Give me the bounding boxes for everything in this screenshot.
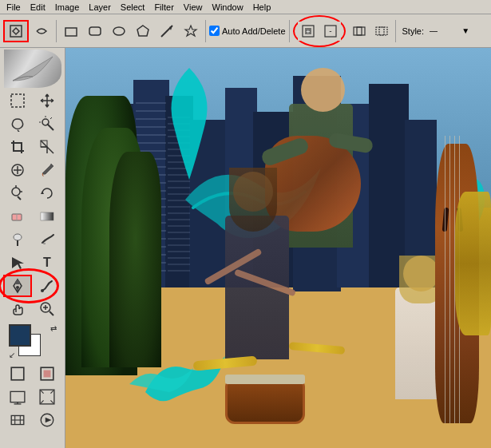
path-intersect-icon [353,25,366,38]
tool-row-8: T [2,252,63,274]
magic-wand-tool[interactable] [33,113,61,135]
path-select-tool[interactable] [3,252,32,274]
standard-mode-btn[interactable] [3,363,32,385]
path-ops-group2 [349,22,392,41]
toolbar-sep-2 [205,20,206,42]
healing-brush-tool[interactable] [3,159,32,181]
move-tool[interactable] [33,89,61,112]
mask-mode-btn[interactable] [33,363,61,385]
path-subtract-btn[interactable]: - [320,22,341,41]
hand-icon [10,301,26,317]
custom-shape-icon [184,24,198,38]
menu-image[interactable]: Image [50,0,85,14]
screen-mode-btn[interactable] [3,386,32,408]
marquee-tool[interactable] [3,89,32,112]
tool-row-1 [2,89,63,112]
svg-rect-15 [379,27,387,35]
shape-ellipse-btn[interactable] [108,20,130,42]
menu-filter[interactable]: Filter [149,0,178,14]
canvas-area: T [0,48,491,448]
pen-freeform-btn[interactable] [30,20,53,42]
eraser-tool[interactable] [3,205,32,228]
main-canvas [65,48,491,448]
menu-bar: File Edit Image Layer Select Filter View… [0,0,491,14]
style-dropdown[interactable]: — ▼ [426,20,473,42]
tool-row-10 [2,298,63,320]
menu-file[interactable]: File [2,0,26,14]
tool-row-7 [2,228,63,251]
toolbox: T [0,48,65,448]
zoom-icon [39,301,55,317]
tool-row-4 [2,159,63,181]
path-add-btn[interactable]: + [298,22,319,41]
smudge-tool[interactable] [33,228,61,251]
pen-path-icon [9,24,23,38]
tool-row-6 [2,205,63,228]
svg-rect-47 [10,391,25,402]
quick-mask-icon [39,366,55,382]
text-tool[interactable]: T [33,252,61,274]
screen-mode-icon [10,389,26,405]
extras-row [2,409,63,431]
hand-tool[interactable] [3,298,32,320]
path-exclude-btn[interactable] [371,22,392,41]
auto-add-delete-checkbox[interactable] [209,26,220,36]
auto-add-delete-label: Auto Add/Delete [222,26,286,36]
shape-polygon-btn[interactable] [132,20,154,42]
menu-edit[interactable]: Edit [26,0,50,14]
shape-custom-btn[interactable] [180,20,202,42]
freeform-pen-tool[interactable] [33,275,61,297]
pen-tool[interactable] [3,275,32,297]
go-to-bridge-btn[interactable] [3,409,32,431]
menu-window[interactable]: Window [208,0,248,14]
svg-rect-44 [11,367,24,380]
path-select-icon [10,255,26,271]
style-dropdown-arrow: ▼ [461,26,469,35]
slice-tool[interactable] [33,136,61,158]
dodge-icon [10,232,26,248]
swap-colors-icon[interactable]: ⇄ [50,324,57,333]
menu-help[interactable]: Help [248,0,276,14]
menu-select[interactable]: Select [116,0,150,14]
pen-standard-btn[interactable] [3,20,29,42]
slice-icon [39,139,55,155]
svg-rect-34 [41,212,53,220]
dodge-tool[interactable] [3,228,32,251]
gradient-tool[interactable] [33,205,61,228]
zoom-tool[interactable] [33,298,61,320]
svg-line-17 [18,130,19,132]
clone-stamp-tool[interactable] [3,182,32,204]
marquee-icon [10,93,26,109]
svg-text:+: + [306,28,310,36]
history-brush-tool[interactable] [33,182,61,204]
foreground-color-swatch[interactable] [9,324,31,347]
toolbar-sep-4 [395,20,396,42]
path-intersect-btn[interactable] [349,22,370,41]
options-toolbar: Auto Add/Delete + - [0,14,491,48]
brush-tool[interactable] [33,159,61,181]
menu-layer[interactable]: Layer [84,0,116,14]
reset-colors-icon[interactable]: ↙ [9,351,15,359]
feather-icon [9,53,57,85]
path-ops-group: + - [293,15,346,47]
shape-line-btn[interactable] [156,20,178,42]
line-icon [160,24,174,38]
move-icon [39,93,55,109]
svg-rect-12 [354,27,362,35]
shape-rounded-btn[interactable] [84,20,106,42]
imageready-icon [39,412,55,428]
lasso-tool[interactable] [3,113,32,135]
text-t-icon: T [43,256,51,270]
menu-view[interactable]: View [179,0,208,14]
history-brush-icon [39,185,55,201]
rounded-rect-icon [88,24,102,38]
color-swatches: ↙ ⇄ [9,324,57,359]
auto-add-delete-group: Auto Add/Delete [209,26,286,36]
imageready-btn[interactable] [33,409,61,431]
shape-rect-btn[interactable] [60,20,82,42]
style-value: — [430,26,438,35]
crop-tool[interactable] [3,136,32,158]
mode-row [2,363,63,385]
svg-rect-1 [65,28,77,36]
fullscreen-mode-btn[interactable] [33,386,61,408]
